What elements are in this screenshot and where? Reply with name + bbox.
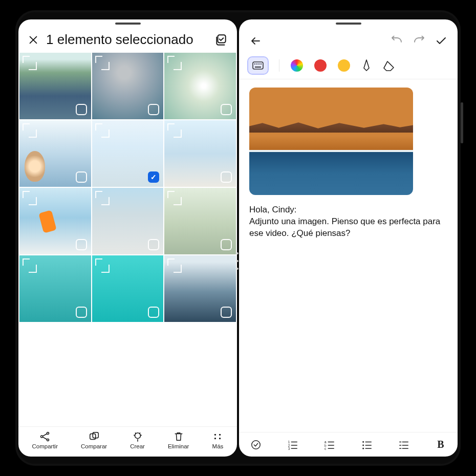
svg-point-2 bbox=[47, 432, 49, 435]
lettered-list-button[interactable]: abc bbox=[321, 439, 338, 450]
color-swatch-red[interactable] bbox=[314, 59, 327, 72]
svg-point-8 bbox=[219, 434, 221, 436]
undo-icon bbox=[390, 36, 403, 46]
photo-thumbnail[interactable] bbox=[164, 120, 236, 187]
pen-icon bbox=[361, 59, 372, 72]
checkmark-icon bbox=[435, 35, 447, 47]
compare-button[interactable]: Comparar bbox=[81, 431, 107, 449]
attached-image[interactable] bbox=[249, 88, 413, 195]
svg-point-17 bbox=[252, 440, 261, 449]
keyboard-icon bbox=[252, 61, 264, 70]
create-label: Crear bbox=[130, 443, 145, 449]
note-body[interactable]: Hola, Cindy: Adjunto una imagen. Pienso … bbox=[239, 79, 458, 432]
color-swatch-yellow[interactable] bbox=[338, 59, 350, 72]
expand-icon bbox=[167, 191, 175, 198]
delete-button[interactable]: Eliminar bbox=[168, 431, 189, 449]
photo-thumbnail[interactable] bbox=[19, 120, 91, 187]
list-icon bbox=[398, 439, 409, 450]
checklist-button[interactable] bbox=[247, 439, 265, 450]
expand-icon bbox=[95, 191, 102, 198]
selection-checkbox[interactable] bbox=[76, 104, 87, 115]
device-side-button bbox=[461, 102, 463, 143]
notes-toolbar bbox=[239, 52, 458, 79]
eraser-tool[interactable] bbox=[383, 60, 396, 71]
more-label: Más bbox=[212, 443, 224, 449]
expand-icon bbox=[167, 123, 175, 131]
selection-checkbox[interactable] bbox=[148, 307, 159, 318]
compare-icon bbox=[89, 431, 100, 442]
checklist-icon bbox=[250, 439, 262, 450]
svg-rect-15 bbox=[261, 63, 262, 64]
share-button[interactable]: Compartir bbox=[32, 431, 58, 449]
device-speaker bbox=[336, 23, 361, 25]
photo-thumbnail[interactable] bbox=[92, 255, 164, 322]
gallery-footer: Compartir Comparar Crear Eliminar Más bbox=[18, 426, 237, 457]
selection-checkbox[interactable] bbox=[148, 239, 159, 250]
selection-checkbox[interactable]: ✓ bbox=[148, 171, 159, 183]
photo-thumbnail[interactable] bbox=[19, 188, 91, 254]
close-button[interactable] bbox=[28, 34, 39, 46]
delete-label: Eliminar bbox=[168, 443, 189, 449]
photo-thumbnail[interactable] bbox=[92, 53, 164, 119]
selection-checkbox[interactable] bbox=[221, 239, 232, 250]
photo-thumbnail[interactable] bbox=[92, 188, 164, 254]
confirm-button[interactable] bbox=[435, 35, 447, 47]
svg-point-3 bbox=[47, 439, 49, 441]
more-icon bbox=[212, 431, 223, 442]
redo-button[interactable] bbox=[413, 36, 426, 46]
photo-thumbnail[interactable] bbox=[164, 255, 236, 322]
photo-thumbnail[interactable] bbox=[164, 188, 236, 254]
selection-checkbox[interactable] bbox=[221, 307, 232, 318]
compare-label: Comparar bbox=[81, 443, 107, 449]
gallery-screen: 1 elemento seleccionado ✓ Compartir Comp… bbox=[18, 19, 237, 457]
selection-checkbox[interactable] bbox=[76, 307, 87, 318]
svg-point-7 bbox=[214, 434, 216, 436]
expand-icon bbox=[167, 56, 175, 63]
back-button[interactable] bbox=[249, 35, 262, 47]
svg-point-25 bbox=[362, 444, 364, 446]
share-icon bbox=[39, 431, 51, 442]
photo-thumbnail[interactable] bbox=[164, 53, 236, 119]
foldable-device-frame: 1 elemento seleccionado ✓ Compartir Comp… bbox=[15, 10, 461, 466]
numbered-list-button[interactable]: 123 bbox=[284, 439, 301, 450]
redo-icon bbox=[413, 36, 426, 46]
svg-point-24 bbox=[362, 441, 364, 443]
expand-icon bbox=[95, 258, 102, 266]
photo-thumbnail[interactable]: ✓ bbox=[92, 120, 164, 187]
select-all-button[interactable] bbox=[214, 33, 228, 47]
photo-grid: ✓ bbox=[18, 52, 237, 426]
back-arrow-icon bbox=[249, 35, 262, 47]
notes-format-bar: 123 abc B bbox=[239, 432, 458, 457]
more-button[interactable]: Más bbox=[212, 431, 223, 449]
selection-title: 1 elemento seleccionado bbox=[46, 33, 207, 47]
svg-rect-16 bbox=[255, 67, 261, 68]
pen-tool[interactable] bbox=[361, 59, 372, 72]
close-icon bbox=[28, 34, 39, 46]
selection-checkbox[interactable] bbox=[148, 104, 159, 115]
bulleted-list-button[interactable] bbox=[358, 439, 376, 450]
photo-thumbnail[interactable] bbox=[19, 53, 91, 119]
svg-rect-12 bbox=[254, 63, 255, 64]
list-button[interactable] bbox=[395, 439, 413, 450]
photo-thumbnail[interactable] bbox=[19, 255, 91, 322]
selection-checkbox[interactable] bbox=[221, 171, 232, 183]
selection-checkbox[interactable] bbox=[221, 104, 232, 115]
undo-button[interactable] bbox=[390, 36, 403, 46]
svg-point-26 bbox=[362, 447, 364, 449]
note-text[interactable]: Hola, Cindy: Adjunto una imagen. Pienso … bbox=[249, 204, 447, 240]
create-button[interactable]: Crear bbox=[130, 431, 145, 449]
selection-checkbox[interactable] bbox=[76, 239, 87, 250]
bulleted-list-icon bbox=[361, 439, 373, 450]
selection-checkbox[interactable] bbox=[76, 171, 87, 183]
svg-text:3: 3 bbox=[288, 447, 290, 450]
expand-icon bbox=[95, 123, 102, 131]
notes-screen: Hola, Cindy: Adjunto una imagen. Pienso … bbox=[239, 19, 458, 457]
svg-rect-11 bbox=[253, 62, 263, 69]
keyboard-tool[interactable] bbox=[248, 57, 268, 74]
expand-icon bbox=[23, 258, 30, 266]
numbered-list-icon: 123 bbox=[287, 439, 298, 450]
color-picker-multicolor[interactable] bbox=[291, 59, 303, 72]
svg-text:c: c bbox=[324, 447, 327, 450]
eraser-icon bbox=[383, 60, 396, 71]
bold-button[interactable]: B bbox=[432, 439, 449, 450]
